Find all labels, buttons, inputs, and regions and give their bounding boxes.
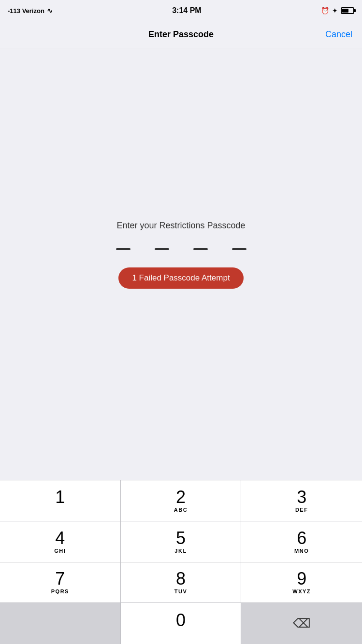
keypad: 1 2 ABC 3 DEF 4 GHI 5 JKL 6 MNO 7 PQRS 8… [0, 480, 362, 644]
key-0[interactable]: 0 [121, 603, 242, 644]
status-right-icons: ⏰ ✦ [321, 7, 354, 14]
prompt-text: Enter your Restrictions Passcode [116, 221, 245, 231]
key-5[interactable]: 5 JKL [121, 521, 242, 562]
alarm-icon: ⏰ [321, 7, 329, 14]
key-5-number: 5 [176, 530, 186, 547]
content-area: Enter your Restrictions Passcode 1 Faile… [0, 48, 362, 480]
passcode-dash-3 [193, 248, 208, 250]
delete-button[interactable]: ⌫ [241, 603, 362, 644]
battery-icon [341, 7, 354, 14]
key-2[interactable]: 2 ABC [121, 480, 242, 521]
status-time: 3:14 PM [172, 6, 201, 15]
key-3[interactable]: 3 DEF [241, 480, 362, 521]
key-4-letters: GHI [54, 548, 66, 554]
key-9-letters: WXYZ [292, 588, 311, 594]
signal-info: -113 Verizon ∿ [8, 7, 53, 14]
key-7-letters: PQRS [51, 588, 69, 594]
key-1-number: 1 [55, 489, 65, 506]
key-empty [0, 603, 121, 644]
key-1-letters [59, 507, 61, 513]
key-2-number: 2 [176, 489, 186, 506]
failed-attempt-badge: 1 Failed Passcode Attempt [118, 267, 243, 289]
key-6-letters: MNO [294, 548, 309, 554]
key-8[interactable]: 8 TUV [121, 562, 242, 603]
key-7-number: 7 [55, 570, 65, 588]
key-6-number: 6 [297, 530, 306, 547]
nav-bar: Enter Passcode Cancel [0, 21, 362, 48]
key-2-letters: ABC [174, 507, 188, 513]
status-bar: -113 Verizon ∿ 3:14 PM ⏰ ✦ [0, 0, 362, 21]
key-5-letters: JKL [174, 548, 187, 554]
key-8-number: 8 [176, 570, 186, 588]
passcode-dash-2 [155, 248, 169, 250]
passcode-dash-4 [232, 248, 246, 250]
bluetooth-icon: ✦ [332, 7, 338, 14]
key-9-number: 9 [297, 570, 306, 588]
key-6[interactable]: 6 MNO [241, 521, 362, 562]
nav-title: Enter Passcode [148, 29, 214, 40]
key-1[interactable]: 1 [0, 480, 121, 521]
signal-text: -113 Verizon [8, 7, 44, 14]
key-8-letters: TUV [174, 588, 188, 594]
battery-fill [342, 9, 348, 13]
key-4[interactable]: 4 GHI [0, 521, 121, 562]
passcode-input-indicator [116, 248, 246, 250]
passcode-dash-1 [116, 248, 130, 250]
cancel-button[interactable]: Cancel [325, 29, 352, 40]
key-7[interactable]: 7 PQRS [0, 562, 121, 603]
key-0-letters [180, 630, 182, 636]
key-4-number: 4 [55, 530, 65, 547]
key-9[interactable]: 9 WXYZ [241, 562, 362, 603]
key-0-number: 0 [176, 612, 186, 629]
key-3-letters: DEF [295, 507, 308, 513]
wifi-icon: ∿ [47, 7, 53, 14]
delete-icon: ⌫ [293, 616, 311, 631]
key-3-number: 3 [297, 489, 306, 506]
